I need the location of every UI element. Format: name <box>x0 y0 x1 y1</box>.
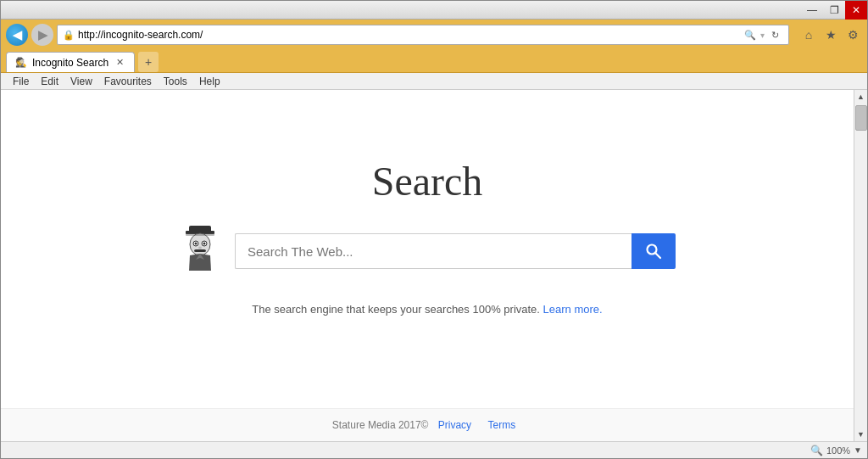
tab-close-button[interactable]: ✕ <box>114 57 125 69</box>
tab-label: Incognito Search <box>32 57 108 69</box>
forward-button[interactable]: ▶ <box>31 24 53 46</box>
search-input[interactable] <box>235 233 632 269</box>
address-bar[interactable]: 🔒 🔍 ▾ ↻ <box>57 25 789 45</box>
terms-link[interactable]: Terms <box>487 419 515 431</box>
title-bar: — ❐ ✕ <box>1 1 867 20</box>
site-logo <box>179 230 221 272</box>
svg-rect-9 <box>194 249 206 252</box>
status-bar: 🔍 100% ▼ <box>1 441 867 458</box>
page-heading: Search <box>372 158 483 204</box>
scroll-up-arrow[interactable]: ▲ <box>854 90 868 104</box>
menu-bar: File Edit View Favourites Tools Help <box>1 73 867 90</box>
address-row: ◀ ▶ 🔒 🔍 ▾ ↻ ⌂ ★ ⚙ <box>1 20 867 50</box>
address-search-icon[interactable]: 🔍 <box>742 26 759 43</box>
address-refresh-button[interactable]: ↻ <box>766 26 783 43</box>
svg-point-6 <box>195 242 198 244</box>
menu-tools[interactable]: Tools <box>159 75 192 88</box>
menu-view[interactable]: View <box>65 75 97 88</box>
address-separator: ▾ <box>760 31 765 40</box>
learn-more-link[interactable]: Learn more. <box>543 303 603 316</box>
favorites-button[interactable]: ★ <box>821 25 840 44</box>
browser-window: — ❐ ✕ ◀ ▶ 🔒 🔍 ▾ ↻ ⌂ ★ ⚙ <box>0 0 868 459</box>
spy-icon <box>179 224 221 279</box>
svg-rect-1 <box>189 226 211 232</box>
menu-favourites[interactable]: Favourites <box>99 75 157 88</box>
new-tab-button[interactable]: + <box>138 52 159 72</box>
privacy-link[interactable]: Privacy <box>438 419 471 431</box>
window-controls: — ❐ ✕ <box>801 1 867 20</box>
svg-point-8 <box>198 246 202 249</box>
search-area <box>179 230 676 272</box>
tagline: The search engine that keeps your search… <box>252 303 602 316</box>
back-button[interactable]: ◀ <box>6 24 28 46</box>
footer: Stature Media 2017© Privacy Terms <box>1 408 854 441</box>
minimize-button[interactable]: — <box>801 1 823 20</box>
footer-copyright: Stature Media 2017© <box>332 419 429 431</box>
close-button[interactable]: ✕ <box>845 1 867 20</box>
tab-favicon: 🕵 <box>15 57 27 69</box>
browser-toolbar-icons: ⌂ ★ ⚙ <box>799 25 862 44</box>
address-actions: 🔍 ▾ ↻ <box>742 26 783 43</box>
address-lock-icon: 🔒 <box>63 30 75 41</box>
tagline-text: The search engine that keeps your search… <box>252 303 540 316</box>
restore-button[interactable]: ❐ <box>823 1 845 20</box>
search-icon <box>645 243 662 260</box>
tab-bar: 🕵 Incognito Search ✕ + <box>1 50 867 72</box>
svg-point-7 <box>203 242 206 244</box>
menu-edit[interactable]: Edit <box>36 75 64 88</box>
svg-point-2 <box>190 233 210 255</box>
svg-line-11 <box>656 254 661 259</box>
scroll-down-arrow[interactable]: ▼ <box>854 428 868 441</box>
zoom-level: 100% <box>826 445 850 456</box>
menu-file[interactable]: File <box>8 75 34 88</box>
main-content: Search <box>1 90 854 441</box>
menu-help[interactable]: Help <box>194 75 225 88</box>
scroll-thumb[interactable] <box>855 105 867 131</box>
address-input[interactable] <box>78 29 738 41</box>
active-tab[interactable]: 🕵 Incognito Search ✕ <box>6 52 135 72</box>
home-button[interactable]: ⌂ <box>799 25 818 44</box>
zoom-dropdown-button[interactable]: ▼ <box>854 445 862 455</box>
zoom-icon: 🔍 <box>810 445 823 456</box>
svg-rect-3 <box>186 233 214 236</box>
navigation-area: ◀ ▶ 🔒 🔍 ▾ ↻ ⌂ ★ ⚙ 🕵 Incognito Sea <box>1 20 867 73</box>
tools-button[interactable]: ⚙ <box>843 25 862 44</box>
content-area: Search <box>1 90 867 441</box>
scrollbar: ▲ ▼ <box>854 90 867 441</box>
search-button[interactable] <box>632 233 676 269</box>
search-box-container <box>235 233 676 269</box>
